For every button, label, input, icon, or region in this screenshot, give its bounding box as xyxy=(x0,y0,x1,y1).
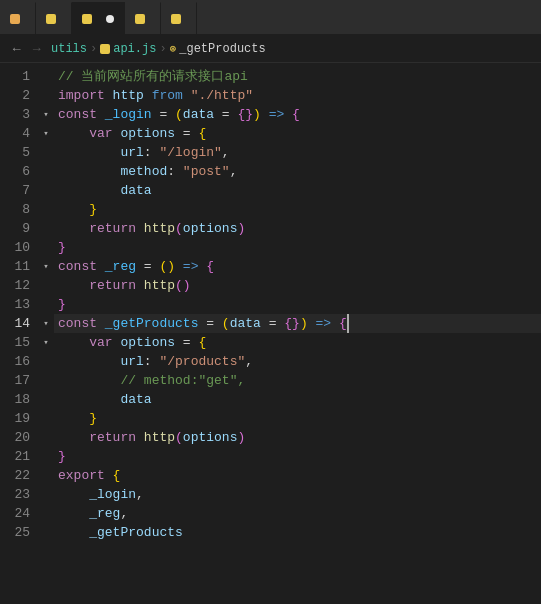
code-options-9: options xyxy=(183,219,238,238)
code-paren-11a: () xyxy=(159,257,175,276)
code-options-4: options xyxy=(120,124,175,143)
code-reg-name: _reg xyxy=(105,257,136,276)
line-num-12: 12 xyxy=(0,276,38,295)
tab-config-js[interactable] xyxy=(125,2,161,34)
code-param-14: data xyxy=(230,314,261,333)
code-import-path: "./http" xyxy=(191,86,253,105)
tab-http[interactable] xyxy=(161,2,197,34)
code-indent-6 xyxy=(58,162,120,181)
code-indent-24 xyxy=(58,504,89,523)
code-brace-11: { xyxy=(206,257,214,276)
fold-1 xyxy=(38,67,54,86)
code-indent-12 xyxy=(58,276,89,295)
code-param-3: data xyxy=(183,105,214,124)
editor-container: ← → utils › api.js › ⊛ _getProducts 1 2 … xyxy=(0,0,541,604)
code-paren-9a: ( xyxy=(175,219,183,238)
code-brace-3c: { xyxy=(292,105,300,124)
code-url-val-5: "/login" xyxy=(159,143,221,162)
code-line-9: return http(options) xyxy=(54,219,541,238)
fold-4[interactable]: ▾ xyxy=(38,124,54,143)
fold-9 xyxy=(38,219,54,238)
code-indent-23 xyxy=(58,485,89,504)
code-indent-18 xyxy=(58,390,120,409)
code-url-key-16: url xyxy=(120,352,143,371)
code-line-3: const _login = (data = {}) => { xyxy=(54,105,541,124)
code-indent-9 xyxy=(58,219,89,238)
tab-request-js[interactable] xyxy=(36,2,72,34)
fold-5 xyxy=(38,143,54,162)
code-indent-16 xyxy=(58,352,120,371)
code-indent-17 xyxy=(58,371,120,390)
code-indent-15 xyxy=(58,333,89,352)
fold-2 xyxy=(38,86,54,105)
code-http-fn-12: http xyxy=(144,276,175,295)
line-num-7: 7 xyxy=(0,181,38,200)
code-paren-20b: ) xyxy=(237,428,245,447)
fold-column: ▾ ▾ ▾ ▾ ▾ xyxy=(38,63,54,604)
line-num-19: 19 xyxy=(0,409,38,428)
code-line-23: _login, xyxy=(54,485,541,504)
code-colon-5: : xyxy=(144,143,160,162)
fold-17 xyxy=(38,371,54,390)
tab-request-wxml[interactable] xyxy=(0,2,36,34)
code-var-15: var xyxy=(89,333,120,352)
line-num-22: 22 xyxy=(0,466,38,485)
fold-25 xyxy=(38,523,54,542)
code-line-20: return http(options) xyxy=(54,428,541,447)
code-brace-22: { xyxy=(113,466,121,485)
code-line-18: data xyxy=(54,390,541,409)
code-var-4: var xyxy=(89,124,120,143)
code-indent-5 xyxy=(58,143,120,162)
line-num-14: 14 xyxy=(0,314,38,333)
tab-icon-request-wxml xyxy=(10,14,20,24)
breadcrumb-utils[interactable]: utils xyxy=(51,42,87,56)
code-options-15: options xyxy=(120,333,175,352)
fold-20 xyxy=(38,428,54,447)
tab-icon-request-js xyxy=(46,14,56,24)
code-comment-1: // 当前网站所有的请求接口api xyxy=(58,67,248,86)
nav-forward-button[interactable]: → xyxy=(28,41,45,56)
line-numbers: 1 2 3 4 5 6 7 8 9 10 11 12 13 14 15 16 1… xyxy=(0,63,38,604)
code-return-20: return xyxy=(89,428,144,447)
code-method-val-6: "post" xyxy=(183,162,230,181)
line-num-25: 25 xyxy=(0,523,38,542)
tab-bar xyxy=(0,0,541,35)
code-paren-14b: ) xyxy=(300,314,308,333)
fold-3[interactable]: ▾ xyxy=(38,105,54,124)
code-colon-16: : xyxy=(144,352,160,371)
fold-14[interactable]: ▾ xyxy=(38,314,54,333)
fold-22 xyxy=(38,466,54,485)
nav-back-button[interactable]: ← xyxy=(8,41,25,56)
line-num-3: 3 xyxy=(0,105,38,124)
code-brace-close-13: } xyxy=(58,295,66,314)
code-line-2: import http from "./http" xyxy=(54,86,541,105)
line-num-16: 16 xyxy=(0,352,38,371)
code-brace-3a: {} xyxy=(237,105,253,124)
line-num-2: 2 xyxy=(0,86,38,105)
code-export-reg: _reg xyxy=(89,504,120,523)
code-arrow-11: => xyxy=(175,257,206,276)
code-line-22: export { xyxy=(54,466,541,485)
code-line-16: url: "/products", xyxy=(54,352,541,371)
tab-api-js[interactable] xyxy=(72,2,125,34)
code-export-getproducts: _getProducts xyxy=(89,523,183,542)
fold-16 xyxy=(38,352,54,371)
fold-7 xyxy=(38,181,54,200)
code-from-kw: from xyxy=(152,86,191,105)
code-data-7: data xyxy=(120,181,151,200)
code-paren-3b: ) xyxy=(253,105,261,124)
code-return-12: return xyxy=(89,276,144,295)
code-export-22: export xyxy=(58,466,113,485)
code-paren-12: () xyxy=(175,276,191,295)
fold-15[interactable]: ▾ xyxy=(38,333,54,352)
breadcrumb-api-js[interactable]: api.js xyxy=(113,42,156,56)
code-getproducts-name: _getProducts xyxy=(105,314,199,333)
code-brace-close-8: } xyxy=(89,200,97,219)
code-area[interactable]: // 当前网站所有的请求接口api import http from "./ht… xyxy=(54,63,541,604)
fold-11[interactable]: ▾ xyxy=(38,257,54,276)
code-line-25: _getProducts xyxy=(54,523,541,542)
line-num-6: 6 xyxy=(0,162,38,181)
breadcrumb-sep3: › xyxy=(159,42,166,56)
line-num-13: 13 xyxy=(0,295,38,314)
code-line-21: } xyxy=(54,447,541,466)
